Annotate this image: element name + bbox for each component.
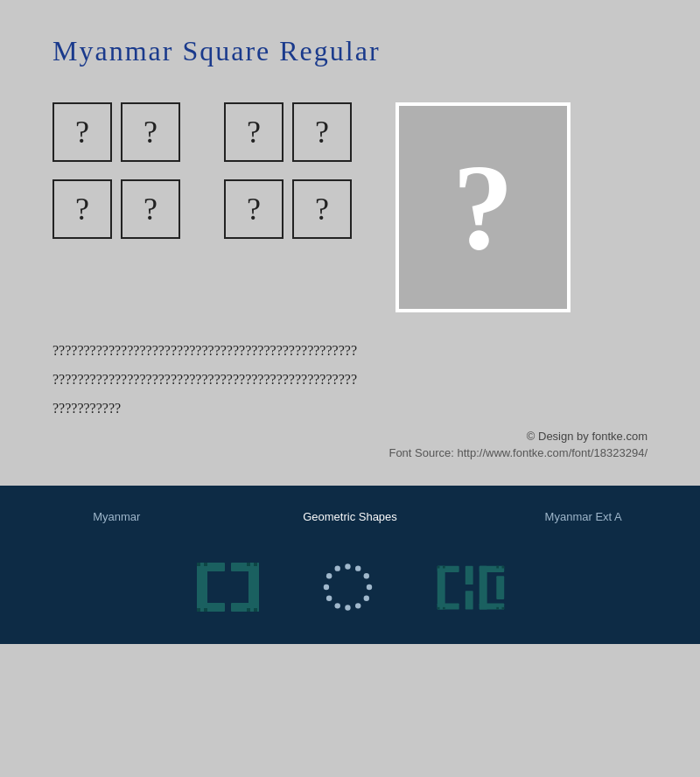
glyph-box-2: ? <box>121 102 180 162</box>
svg-point-23 <box>326 596 331 601</box>
svg-rect-11 <box>254 563 257 566</box>
footer-glyph-geometric <box>313 556 383 618</box>
svg-point-15 <box>345 564 350 570</box>
svg-rect-31 <box>465 591 472 609</box>
svg-point-19 <box>363 596 368 601</box>
glyph-col-left: ? ? ? ? <box>52 102 180 239</box>
glyph-box-3: ? <box>52 179 112 239</box>
svg-rect-39 <box>443 607 445 610</box>
glyph-box-8: ? <box>292 179 352 239</box>
svg-rect-40 <box>496 565 499 568</box>
glyph-col-middle: ? ? ? ? <box>224 102 352 239</box>
footer-glyphs <box>0 548 700 626</box>
svg-rect-33 <box>479 565 503 571</box>
footer-tab-geometric-shapes[interactable]: Geometric Shapes <box>234 503 467 530</box>
svg-point-17 <box>363 573 368 578</box>
glyph-row-top-left: ? ? <box>52 102 180 162</box>
svg-rect-36 <box>437 565 439 568</box>
sample-text-section: ????????????????????????????????????????… <box>52 339 648 421</box>
glyph-row-top-middle: ? ? <box>224 102 352 162</box>
svg-rect-28 <box>437 565 458 571</box>
footer-tab-myanmar-ext-a[interactable]: Myanmar Ext A <box>466 503 700 530</box>
svg-point-21 <box>345 606 350 611</box>
svg-rect-35 <box>496 576 504 599</box>
myanmar-glyph-icon <box>195 561 261 613</box>
svg-rect-6 <box>197 563 200 566</box>
footer-tab-myanmar[interactable]: Myanmar <box>0 503 234 530</box>
preview-char: ? <box>452 146 514 269</box>
svg-point-22 <box>334 604 340 609</box>
glyph-preview-box: ? <box>396 102 570 312</box>
main-content: Myanmar Square Regular ? ? ? ? <box>0 0 700 486</box>
svg-point-18 <box>366 584 371 590</box>
svg-rect-12 <box>247 608 250 612</box>
svg-rect-38 <box>437 607 439 610</box>
svg-rect-8 <box>197 608 200 612</box>
geometric-shapes-glyph-icon <box>313 556 383 618</box>
svg-rect-37 <box>443 565 445 568</box>
myanmar-ext-a-glyph-icon <box>436 556 506 618</box>
footer-tabs: Myanmar Geometric Shapes Myanmar Ext A <box>0 503 700 530</box>
svg-rect-42 <box>496 607 499 610</box>
svg-rect-32 <box>479 565 486 609</box>
sample-line-3: ??????????? <box>52 396 648 422</box>
svg-rect-7 <box>204 563 207 566</box>
copyright-text: © Design by fontke.com <box>52 430 648 443</box>
footer-glyph-myanmar <box>195 561 261 613</box>
sample-line-1: ????????????????????????????????????????… <box>52 339 648 364</box>
footer: Myanmar Geometric Shapes Myanmar Ext A <box>0 486 700 644</box>
glyph-box-6: ? <box>292 102 352 162</box>
font-source-text: Font Source: http://www.fontke.com/font/… <box>52 446 648 459</box>
glyph-box-4: ? <box>121 179 180 239</box>
glyph-box-7: ? <box>224 179 284 239</box>
svg-rect-2 <box>197 603 225 612</box>
glyph-box-5: ? <box>224 102 284 162</box>
glyph-grid: ? ? ? ? ? ? <box>52 102 648 312</box>
svg-rect-41 <box>501 565 504 568</box>
title-row: Myanmar Square Regular <box>52 35 648 67</box>
svg-rect-29 <box>437 603 458 609</box>
svg-rect-34 <box>479 603 503 609</box>
svg-rect-27 <box>437 565 444 609</box>
sample-line-2: ????????????????????????????????????????… <box>52 368 648 393</box>
svg-point-20 <box>355 604 360 609</box>
svg-rect-30 <box>465 565 472 584</box>
glyph-box-1: ? <box>52 102 112 162</box>
svg-point-24 <box>323 584 328 590</box>
font-title: Myanmar Square Regular <box>52 35 648 67</box>
svg-point-26 <box>334 566 340 571</box>
svg-point-14 <box>327 567 368 608</box>
svg-rect-10 <box>247 563 250 566</box>
svg-point-16 <box>355 566 360 571</box>
footer-glyph-myanmar-ext-a <box>436 556 506 618</box>
glyph-row-bottom-middle: ? ? <box>224 179 352 239</box>
svg-point-25 <box>326 573 331 578</box>
glyph-row-bottom-left: ? ? <box>52 179 180 239</box>
svg-rect-1 <box>197 563 225 571</box>
svg-rect-9 <box>204 608 207 612</box>
svg-rect-13 <box>254 608 257 612</box>
svg-rect-43 <box>501 607 504 610</box>
